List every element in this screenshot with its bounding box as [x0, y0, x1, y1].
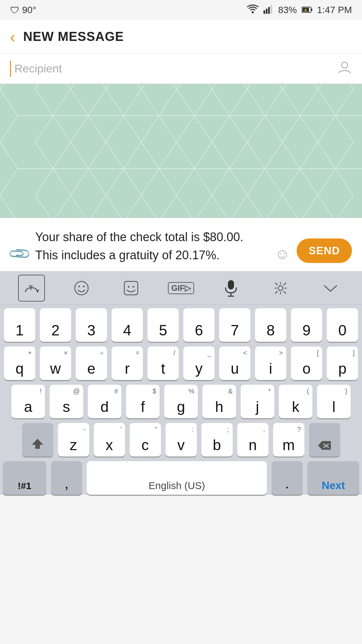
transform-text-button[interactable]: T — [18, 275, 45, 302]
key-5[interactable]: 5 — [147, 308, 179, 342]
backspace-button[interactable] — [309, 423, 340, 457]
battery-icon: ⚡ — [302, 5, 312, 15]
svg-rect-45 — [124, 281, 138, 295]
svg-rect-6 — [311, 9, 312, 11]
status-time: 1:47 PM — [317, 5, 352, 15]
bottom-row: !#1 , English (US) . Next — [3, 461, 359, 495]
key-l[interactable]: )l — [317, 385, 351, 418]
svg-point-47 — [133, 286, 134, 287]
qwerty-row: +q ×w ÷e =r /t _y <u >i [o ]p — [3, 346, 359, 380]
key-z[interactable]: -z — [58, 423, 89, 457]
svg-point-46 — [128, 286, 130, 287]
svg-point-0 — [252, 11, 254, 13]
shield-icon: 🛡 — [10, 5, 19, 16]
svg-rect-48 — [228, 280, 234, 289]
settings-button[interactable] — [267, 275, 294, 302]
key-n[interactable]: ,n — [237, 423, 268, 457]
recipient-bar: Recipient — [0, 54, 362, 84]
attachment-icon[interactable]: 📎 — [7, 241, 32, 266]
key-1[interactable]: 1 — [4, 308, 35, 342]
status-left: 🛡 90° — [10, 5, 36, 16]
svg-point-51 — [278, 286, 283, 290]
contact-icon[interactable] — [337, 60, 352, 77]
sticker-button[interactable] — [118, 275, 144, 302]
emoji-icon[interactable]: ☺ — [275, 246, 290, 262]
keyboard-toolbar: T GIF▷ — [0, 271, 362, 305]
svg-point-44 — [83, 285, 84, 287]
image-area — [0, 84, 362, 218]
svg-marker-52 — [32, 439, 43, 449]
key-8[interactable]: 8 — [255, 308, 286, 342]
emoji-toolbar-button[interactable] — [68, 275, 95, 302]
header: ‹ NEW MESSAGE — [0, 20, 362, 54]
collapse-keyboard-button[interactable] — [317, 275, 344, 302]
recipient-placeholder: Recipient — [14, 62, 62, 75]
key-x[interactable]: 'x — [94, 423, 125, 457]
battery-percent: 83% — [278, 5, 297, 15]
svg-rect-2 — [266, 9, 267, 14]
key-v[interactable]: :v — [166, 423, 197, 457]
svg-point-43 — [78, 285, 80, 287]
microphone-button[interactable] — [218, 275, 244, 302]
key-2[interactable]: 2 — [40, 308, 71, 342]
key-k[interactable]: (k — [279, 385, 312, 418]
wifi-icon — [247, 4, 259, 16]
key-7[interactable]: 7 — [219, 308, 250, 342]
key-i[interactable]: >i — [255, 346, 286, 380]
key-g[interactable]: %g — [164, 385, 198, 418]
hex-pattern — [0, 84, 362, 218]
symbols-button[interactable]: !#1 — [3, 461, 46, 495]
key-c[interactable]: "c — [130, 423, 161, 457]
gif-button[interactable]: GIF▷ — [168, 275, 194, 302]
shift-button[interactable] — [22, 423, 53, 457]
number-row: 1 2 3 4 5 6 7 8 9 0 — [3, 308, 359, 342]
key-4[interactable]: 4 — [112, 308, 143, 342]
asdf-row: !a @s #d $f %g &h *j (k )l — [3, 385, 359, 418]
key-t[interactable]: /t — [147, 346, 179, 380]
key-comma[interactable]: , — [51, 461, 82, 495]
svg-point-9 — [342, 62, 348, 68]
message-text[interactable]: Your share of the check total is $80.00.… — [35, 228, 268, 264]
status-right: 83% ⚡ 1:47 PM — [247, 4, 352, 16]
zxcv-row: -z 'x "c :v ;b ,n ?m — [3, 423, 359, 457]
text-cursor — [10, 61, 11, 77]
svg-rect-1 — [263, 10, 265, 14]
status-level: 90° — [22, 5, 36, 15]
back-button[interactable]: ‹ — [10, 29, 15, 45]
key-r[interactable]: =r — [112, 346, 143, 380]
svg-rect-3 — [268, 7, 270, 14]
signal-icon — [263, 4, 274, 16]
message-area: 📎 Your share of the check total is $80.0… — [0, 218, 362, 271]
key-period[interactable]: . — [272, 461, 303, 495]
key-b[interactable]: ;b — [201, 423, 233, 457]
svg-rect-4 — [270, 5, 272, 14]
key-0[interactable]: 0 — [327, 308, 358, 342]
next-button[interactable]: Next — [307, 461, 359, 495]
key-a[interactable]: !a — [11, 385, 45, 418]
key-f[interactable]: $f — [126, 385, 160, 418]
key-d[interactable]: #d — [88, 385, 121, 418]
svg-point-42 — [75, 281, 88, 295]
key-9[interactable]: 9 — [291, 308, 322, 342]
key-y[interactable]: _y — [183, 346, 215, 380]
key-p[interactable]: ]p — [327, 346, 358, 380]
key-m[interactable]: ?m — [273, 423, 304, 457]
keyboard: 1 2 3 4 5 6 7 8 9 0 +q ×w ÷e =r /t _y <u… — [0, 305, 362, 495]
send-button[interactable]: SEND — [297, 238, 352, 263]
key-s[interactable]: @s — [50, 385, 83, 418]
status-bar: 🛡 90° 83% — [0, 0, 362, 20]
key-6[interactable]: 6 — [183, 308, 215, 342]
svg-text:⚡: ⚡ — [304, 8, 308, 12]
space-button[interactable]: English (US) — [87, 461, 267, 495]
key-h[interactable]: &h — [202, 385, 236, 418]
recipient-input-wrapper[interactable]: Recipient — [10, 61, 337, 77]
page-title: NEW MESSAGE — [23, 30, 124, 44]
key-q[interactable]: +q — [4, 346, 35, 380]
key-e[interactable]: ÷e — [76, 346, 107, 380]
key-j[interactable]: *j — [241, 385, 274, 418]
key-w[interactable]: ×w — [40, 346, 71, 380]
svg-text:T: T — [29, 284, 33, 291]
key-o[interactable]: [o — [291, 346, 322, 380]
key-3[interactable]: 3 — [76, 308, 107, 342]
key-u[interactable]: <u — [219, 346, 250, 380]
